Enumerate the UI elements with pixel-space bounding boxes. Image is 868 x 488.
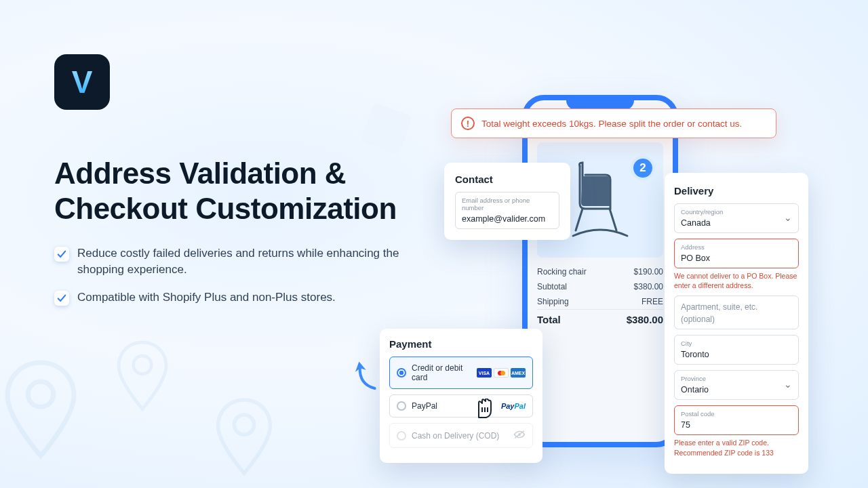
svg-point-0 bbox=[28, 382, 53, 407]
hero-bullet: Compatible with Shopify Plus and non-Plu… bbox=[54, 289, 434, 306]
error-banner-text: Total weight exceeds 10kgs. Please split… bbox=[481, 119, 742, 129]
order-item-row: Rocking chair$190.00 bbox=[537, 264, 663, 279]
postal-error-text: Please enter a valid ZIP code. Recommend… bbox=[674, 438, 799, 457]
delivery-card: Delivery Country/region Canada Address P… bbox=[665, 173, 808, 474]
shipping-row: ShippingFREE bbox=[537, 294, 663, 309]
city-field[interactable]: City Toronto bbox=[674, 335, 799, 365]
hidden-icon bbox=[513, 430, 526, 441]
contact-card: Contact Email address or phone number ex… bbox=[444, 163, 570, 240]
app-logo: V bbox=[54, 54, 110, 110]
subtotal-row: Subtotal$380.00 bbox=[537, 279, 663, 294]
payment-option-cod[interactable]: Cash on Delivery (COD) bbox=[389, 423, 533, 448]
alert-icon: ! bbox=[461, 117, 475, 130]
payment-card: Payment Credit or debit card VISA AMEX P… bbox=[380, 329, 542, 463]
payment-option-card[interactable]: Credit or debit card VISA AMEX bbox=[389, 357, 533, 389]
address-error-text: We cannot deliver to a PO Box. Please en… bbox=[674, 271, 799, 290]
hero-bullet: Reduce costly failed deliveries and retu… bbox=[54, 245, 434, 279]
contact-title: Contact bbox=[455, 174, 559, 185]
radio-icon bbox=[397, 401, 406, 411]
arrow-icon bbox=[349, 357, 382, 401]
check-icon bbox=[54, 247, 69, 262]
hero-title: Address Validation & Checkout Customizat… bbox=[54, 156, 434, 226]
payment-option-paypal[interactable]: PayPal PayPal bbox=[389, 394, 533, 418]
svg-point-1 bbox=[134, 356, 152, 374]
postal-field[interactable]: Postal code 75 bbox=[674, 405, 799, 435]
phone-mockup: Order summary Rocking chair$190.00 Subto… bbox=[522, 95, 678, 447]
map-pin-decoration bbox=[115, 339, 170, 413]
svg-point-2 bbox=[234, 415, 254, 434]
province-select[interactable]: Province Ontario bbox=[674, 370, 799, 400]
map-pin-decoration bbox=[3, 358, 79, 462]
cursor-icon bbox=[475, 399, 495, 426]
paypal-logo-icon: PayPal bbox=[501, 402, 526, 410]
email-field[interactable]: Email address or phone number example@va… bbox=[455, 192, 559, 229]
payment-title: Payment bbox=[389, 338, 533, 350]
country-select[interactable]: Country/region Canada bbox=[674, 203, 799, 233]
apartment-field[interactable]: Apartment, suite, etc. (optional) bbox=[674, 296, 799, 329]
delivery-title: Delivery bbox=[674, 185, 799, 197]
error-banner: ! Total weight exceeds 10kgs. Please spl… bbox=[451, 108, 776, 138]
cube-decoration bbox=[361, 103, 413, 155]
radio-selected-icon bbox=[397, 368, 406, 378]
map-pin-decoration bbox=[214, 396, 274, 479]
check-icon bbox=[54, 291, 69, 306]
radio-icon bbox=[397, 431, 406, 441]
total-row: Total$380.00 bbox=[537, 309, 663, 328]
step-badge: 2 bbox=[631, 156, 655, 180]
address-field[interactable]: Address PO Box bbox=[674, 239, 799, 268]
card-brand-icons: VISA AMEX bbox=[477, 368, 526, 378]
